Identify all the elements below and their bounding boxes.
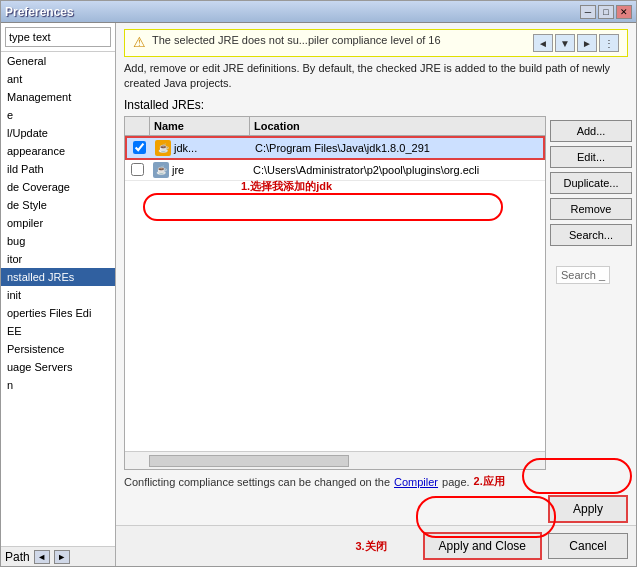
warning-icon: ⚠ — [133, 34, 146, 50]
sidebar-item-ee[interactable]: EE — [1, 322, 115, 340]
sidebar-item-n[interactable]: n — [1, 376, 115, 394]
header-location[interactable]: Location — [249, 117, 545, 135]
search-button[interactable]: Search... — [550, 224, 632, 246]
sidebar-item-compiler[interactable]: ompiler — [1, 214, 115, 232]
content-area: ⚠ The selected JRE does not su...piler c… — [116, 23, 636, 566]
apply-button-right[interactable]: Apply — [548, 495, 628, 523]
jre-table-body: ☕ jdk... C:\Program Files\Java\jdk1.8.0_… — [125, 136, 545, 451]
link-suffix: page. — [442, 476, 470, 488]
jdk-check-input[interactable] — [133, 141, 146, 154]
nav-buttons: ◄ ▼ ► ⋮ — [533, 34, 619, 52]
edit-button[interactable]: Edit... — [550, 146, 632, 168]
warning-text: The selected JRE does not su...piler com… — [152, 34, 527, 46]
jre-location: C:\Users\Administrator\p2\pool\plugins\o… — [249, 162, 545, 178]
sidebar-item-update[interactable]: l/Update — [1, 124, 115, 142]
jdk-name-text: jdk... — [174, 142, 197, 154]
preferences-window: Preferences ─ □ ✕ General ant Management… — [0, 0, 637, 567]
window-title: Preferences — [5, 5, 74, 19]
jdk-location: C:\Program Files\Java\jdk1.8.0_291 — [251, 140, 543, 156]
jre-name-text: jre — [172, 164, 184, 176]
nav-dropdown-button[interactable]: ▼ — [555, 34, 575, 52]
sidebar-item-installed-jres[interactable]: nstalled JREs — [1, 268, 115, 286]
sidebar-item-editor[interactable]: itor — [1, 250, 115, 268]
sidebar-item-appearance[interactable]: appearance — [1, 142, 115, 160]
path-label: Path — [5, 550, 30, 564]
description-text: Add, remove or edit JRE definitions. By … — [124, 61, 628, 92]
sidebar: General ant Management e l/Update appear… — [1, 23, 116, 566]
jdk-checkbox[interactable] — [127, 139, 151, 156]
window-controls: ─ □ ✕ — [580, 5, 632, 19]
sidebar-item-properties[interactable]: operties Files Edi — [1, 304, 115, 322]
sidebar-item-persistence[interactable]: Persistence — [1, 340, 115, 358]
link-prefix: Conflicting compliance settings can be c… — [124, 476, 390, 488]
sidebar-list: General ant Management e l/Update appear… — [1, 52, 115, 546]
warning-bar: ⚠ The selected JRE does not su...piler c… — [124, 29, 628, 57]
remove-button[interactable]: Remove — [550, 198, 632, 220]
sidebar-filter — [1, 23, 115, 52]
apply-row: Apply — [116, 493, 636, 525]
installed-jres-label: Installed JREs: — [124, 98, 628, 112]
jre-checkbox[interactable] — [125, 161, 149, 178]
title-bar: Preferences ─ □ ✕ — [1, 1, 636, 23]
main-layout: General ant Management e l/Update appear… — [1, 23, 636, 566]
sidebar-item-language[interactable]: uage Servers — [1, 358, 115, 376]
bottom-buttons: 3.关闭 Apply and Close Cancel — [116, 525, 636, 566]
sidebar-item-debug[interactable]: bug — [1, 232, 115, 250]
sidebar-item-general[interactable]: General — [1, 52, 115, 70]
table-scrollbar-area[interactable] — [125, 451, 545, 469]
minimize-button[interactable]: ─ — [580, 5, 596, 19]
annotation-apply: 2.应用 — [474, 474, 505, 489]
sidebar-item-buildpath[interactable]: ild Path — [1, 160, 115, 178]
apply-close-button[interactable]: Apply and Close — [423, 532, 542, 560]
duplicate-button[interactable]: Duplicate... — [550, 172, 632, 194]
jre-icon: ☕ — [153, 162, 169, 178]
sidebar-item-management[interactable]: Management — [1, 88, 115, 106]
jre-table-header: Name Location — [125, 117, 545, 136]
header-name[interactable]: Name — [149, 117, 249, 135]
sidebar-expand-button[interactable]: ► — [54, 550, 70, 564]
jre-row-jdk[interactable]: ☕ jdk... C:\Program Files\Java\jdk1.8.0_… — [125, 136, 545, 160]
jre-row-jre[interactable]: ☕ jre C:\Users\Administrator\p2\pool\plu… — [125, 160, 545, 181]
header-check — [125, 117, 149, 135]
cancel-button[interactable]: Cancel — [548, 533, 628, 559]
sidebar-bottom: Path ◄ ► — [1, 546, 115, 566]
sidebar-search-input[interactable] — [5, 27, 111, 47]
jdk-icon: ☕ — [155, 140, 171, 156]
jdk-name: ☕ jdk... — [151, 138, 251, 158]
maximize-button[interactable]: □ — [598, 5, 614, 19]
sidebar-item-style[interactable]: de Style — [1, 196, 115, 214]
compiler-link[interactable]: Compiler — [394, 476, 438, 488]
back-button[interactable]: ◄ — [533, 34, 553, 52]
close-button[interactable]: ✕ — [616, 5, 632, 19]
options-button[interactable]: ⋮ — [599, 34, 619, 52]
sidebar-collapse-button[interactable]: ◄ — [34, 550, 50, 564]
sidebar-item-e[interactable]: e — [1, 106, 115, 124]
sidebar-item-coverage[interactable]: de Coverage — [1, 178, 115, 196]
table-wrapper: Name Location ☕ jdk... — [116, 116, 636, 470]
jre-check-input[interactable] — [131, 163, 144, 176]
sidebar-item-init[interactable]: init — [1, 286, 115, 304]
jre-name: ☕ jre — [149, 160, 249, 180]
add-button[interactable]: Add... — [550, 120, 632, 142]
search-hint: Search _ — [556, 266, 610, 284]
bottom-link-area: Conflicting compliance settings can be c… — [124, 474, 628, 489]
annotation-close: 3.关闭 — [355, 539, 386, 554]
forward-button[interactable]: ► — [577, 34, 597, 52]
table-horizontal-scrollbar[interactable] — [149, 455, 349, 467]
sidebar-item-ant[interactable]: ant — [1, 70, 115, 88]
right-buttons-panel: Add... Edit... Duplicate... Remove Searc… — [546, 116, 636, 470]
